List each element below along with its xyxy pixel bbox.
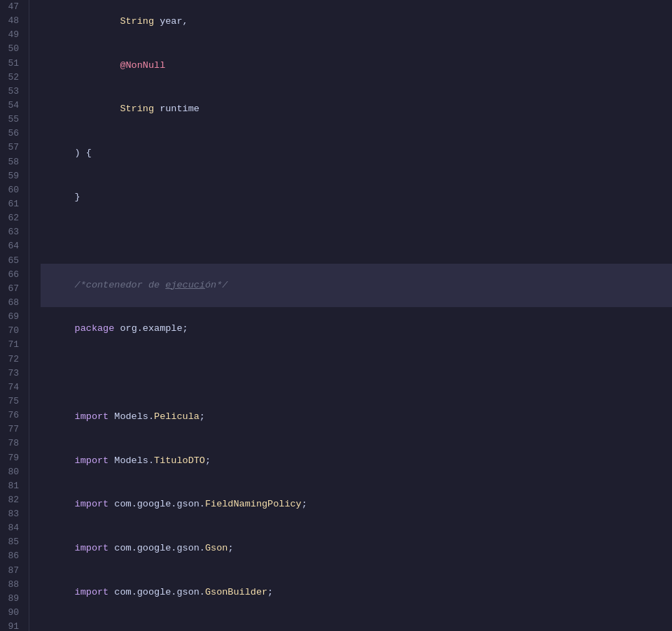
code-line-48: @NonNull [41,44,672,88]
code-line-52 [41,220,672,264]
code-line-54: package org.example; [41,307,672,351]
code-line-50: ) { [41,132,672,176]
code-line-56: import Models.Pelicula; [41,395,672,439]
code-line-57: import Models.TituloDTO; [41,439,672,483]
code-line-59: import com.google.gson.Gson; [41,527,672,571]
code-line-51: } [41,176,672,220]
line-numbers: 47 48 49 50 51 52 53 54 55 56 57 58 59 6… [0,0,29,631]
code-line-53: /*contenedor de ejecución*/ [41,264,672,308]
code-line-55 [41,351,672,395]
code-line-60: import com.google.gson.GsonBuilder; [41,571,672,615]
code-content[interactable]: String year, @NonNull String runtime ) {… [29,0,672,631]
code-line-58: import com.google.gson.FieldNamingPolicy… [41,483,672,527]
code-editor[interactable]: 47 48 49 50 51 52 53 54 55 56 57 58 59 6… [0,0,672,631]
code-line-61 [41,615,672,631]
code-line-47: String year, [41,0,672,44]
code-line-49: String runtime [41,88,672,132]
